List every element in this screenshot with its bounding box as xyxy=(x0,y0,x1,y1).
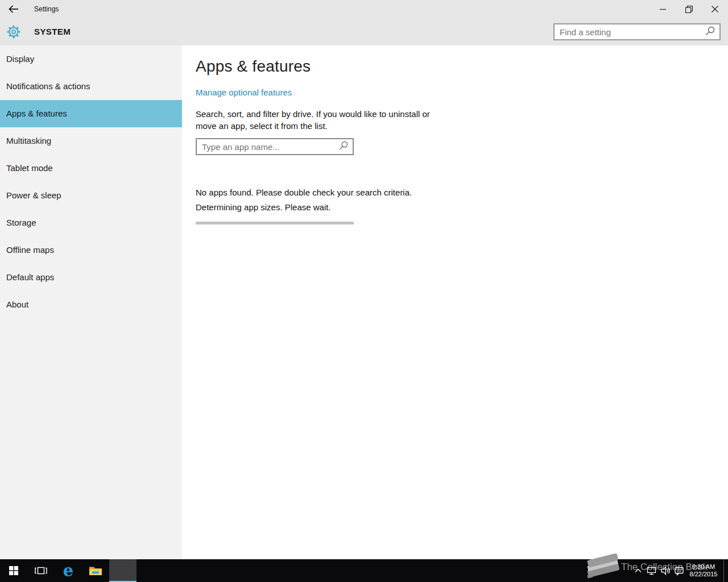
desktop: Settings xyxy=(0,0,728,582)
progress-bar xyxy=(196,222,354,225)
back-button[interactable] xyxy=(0,0,27,18)
description-line-2: move an app, select it from the list. xyxy=(196,121,328,131)
app-name-searchbox xyxy=(196,138,354,155)
window-title: Settings xyxy=(34,5,59,13)
sidebar-item-tablet-mode[interactable]: Tablet mode xyxy=(0,155,182,182)
sidebar-item-offline-maps[interactable]: Offline maps xyxy=(0,236,182,264)
app-name-input[interactable] xyxy=(197,142,339,152)
manage-optional-features-link[interactable]: Manage optional features xyxy=(196,88,292,97)
clock-date: 8/22/2015 xyxy=(686,571,721,578)
search-icon[interactable] xyxy=(339,141,348,152)
sidebar-item-display[interactable]: Display xyxy=(0,45,182,73)
tray-overflow-button[interactable] xyxy=(631,559,645,582)
app-header: SYSTEM xyxy=(0,18,728,45)
description-line-1: Search, sort, and filter by drive. If yo… xyxy=(196,109,430,119)
find-setting-searchbox xyxy=(553,23,721,40)
file-explorer-button[interactable] xyxy=(82,559,109,582)
back-arrow-icon xyxy=(8,5,19,14)
volume-button[interactable] xyxy=(659,559,672,582)
sidebar-item-multitasking[interactable]: Multitasking xyxy=(0,127,182,155)
titlebar: Settings xyxy=(0,0,728,18)
sidebar-item-storage[interactable]: Storage xyxy=(0,209,182,236)
start-button[interactable] xyxy=(0,559,27,582)
settings-app-tile[interactable] xyxy=(109,559,136,582)
search-icon[interactable] xyxy=(705,26,715,38)
determining-sizes-status-text: Determining app sizes. Please wait. xyxy=(196,202,728,212)
page-title: SYSTEM xyxy=(34,27,71,36)
taskbar: The Collection Book e xyxy=(0,559,728,582)
show-desktop-button[interactable] xyxy=(723,559,728,582)
task-view-button[interactable] xyxy=(27,559,55,582)
caption-buttons xyxy=(650,0,728,18)
no-apps-status-text: No apps found. Please double check your … xyxy=(196,188,728,197)
minimize-icon xyxy=(660,6,666,13)
action-center-icon xyxy=(674,566,684,576)
taskbar-clock[interactable]: 9:30 AM 8/22/2015 xyxy=(686,563,721,578)
section-heading: Apps & features xyxy=(196,57,728,76)
sidebar-item-default-apps[interactable]: Default apps xyxy=(0,264,182,291)
find-setting-input[interactable] xyxy=(555,27,705,37)
description-text: Search, sort, and filter by drive. If yo… xyxy=(196,108,728,132)
taskbar-left-buttons: e xyxy=(0,559,136,582)
windows-logo-icon xyxy=(9,566,18,575)
edge-icon: e xyxy=(63,563,73,579)
close-icon xyxy=(712,6,718,13)
settings-sidebar: Display Notifications & actions Apps & f… xyxy=(0,45,182,559)
sidebar-item-notifications-actions[interactable]: Notifications & actions xyxy=(0,73,182,100)
restore-button[interactable] xyxy=(676,0,702,18)
network-icon xyxy=(647,566,657,576)
sidebar-item-power-sleep[interactable]: Power & sleep xyxy=(0,182,182,209)
clock-time: 9:30 AM xyxy=(686,563,721,571)
window-top-chrome: Settings xyxy=(0,0,728,45)
apps-features-panel: Apps & features Manage optional features… xyxy=(182,45,728,559)
gear-icon xyxy=(6,24,21,41)
speaker-icon xyxy=(661,566,671,575)
action-center-button[interactable] xyxy=(672,559,686,582)
system-tray: 9:30 AM 8/22/2015 xyxy=(631,559,728,582)
task-view-icon xyxy=(35,566,47,575)
minimize-button[interactable] xyxy=(650,0,676,18)
network-button[interactable] xyxy=(645,559,659,582)
close-button[interactable] xyxy=(702,0,728,18)
sidebar-item-about[interactable]: About xyxy=(0,291,182,318)
chevron-up-icon xyxy=(634,567,642,574)
file-explorer-icon xyxy=(89,566,102,576)
restore-icon xyxy=(685,6,693,13)
edge-button[interactable]: e xyxy=(55,559,82,582)
sidebar-item-apps-features[interactable]: Apps & features xyxy=(0,100,182,127)
